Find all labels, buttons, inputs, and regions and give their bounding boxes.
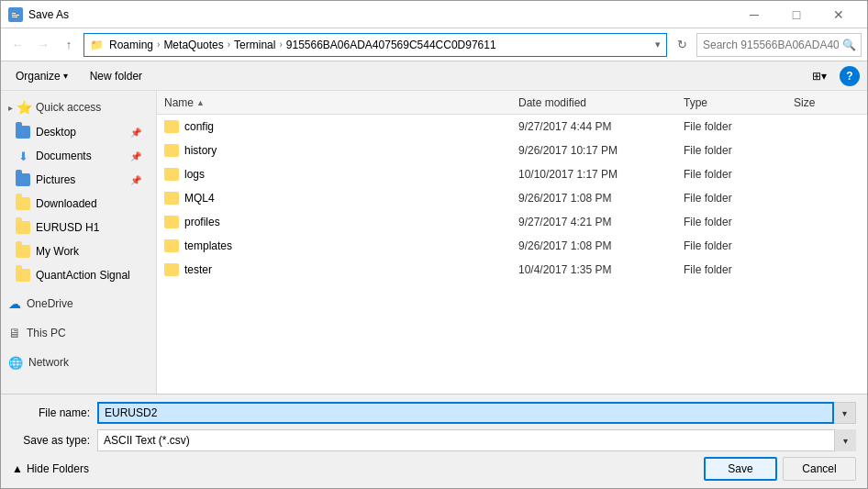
table-row[interactable]: profiles 9/27/2017 4:21 PM File folder bbox=[157, 210, 867, 234]
close-button[interactable]: ✕ bbox=[818, 1, 860, 28]
toolbar: Organize ▾ New folder ⊞ ▾ ? bbox=[1, 61, 867, 91]
col-header-size[interactable]: Size bbox=[790, 91, 863, 114]
sidebar-item-downloaded[interactable]: Downloaded bbox=[1, 192, 156, 216]
pin-icon: 📌 bbox=[130, 128, 141, 138]
filename-label: File name: bbox=[12, 406, 90, 419]
path-hash: 915566BA06ADA407569C544CC0D97611 bbox=[286, 39, 496, 51]
back-button[interactable]: ← bbox=[6, 34, 28, 56]
file-date: 9/26/2017 10:17 PM bbox=[515, 144, 680, 157]
file-name-cell: tester bbox=[161, 263, 515, 276]
this-pc-label: This PC bbox=[27, 327, 66, 339]
this-pc-section: 🖥 This PC bbox=[1, 320, 156, 346]
file-date: 9/27/2017 4:21 PM bbox=[515, 216, 680, 228]
savetype-select[interactable]: ASCII Text (*.csv) bbox=[97, 429, 856, 451]
forward-button[interactable]: → bbox=[32, 34, 54, 56]
file-type: File folder bbox=[680, 168, 790, 181]
svg-rect-3 bbox=[12, 17, 17, 17]
sidebar-item-my-work[interactable]: My Work bbox=[1, 239, 156, 263]
table-row[interactable]: config 9/27/2017 4:44 PM File folder bbox=[157, 115, 867, 139]
file-date: 10/10/2017 1:17 PM bbox=[515, 168, 680, 181]
up-button[interactable]: ↑ bbox=[58, 34, 80, 56]
help-button[interactable]: ? bbox=[840, 66, 860, 86]
save-as-dialog: Save As ─ □ ✕ ← → ↑ 📁 Roaming › MetaQuot… bbox=[0, 0, 868, 489]
new-folder-button[interactable]: New folder bbox=[83, 65, 150, 87]
path-icon: 📁 bbox=[90, 39, 104, 51]
path-metaquotes: MetaQuotes bbox=[163, 39, 223, 51]
col-header-name[interactable]: Name ▲ bbox=[161, 91, 515, 114]
address-path[interactable]: 📁 Roaming › MetaQuotes › Terminal › 9155… bbox=[83, 33, 667, 57]
sidebar-item-label: EURUSD H1 bbox=[36, 221, 99, 234]
sidebar-item-desktop[interactable]: Desktop 📌 bbox=[1, 120, 156, 144]
file-name: tester bbox=[184, 263, 212, 276]
pc-icon: 🖥 bbox=[8, 326, 21, 340]
path-roaming: Roaming bbox=[109, 39, 153, 51]
table-row[interactable]: templates 9/26/2017 1:08 PM File folder bbox=[157, 234, 867, 258]
sidebar-item-label: Downloaded bbox=[36, 197, 97, 210]
pin-icon: 📌 bbox=[130, 175, 141, 185]
folder-icon bbox=[164, 144, 179, 157]
view-button[interactable]: ⊞ ▾ bbox=[807, 65, 832, 87]
file-name: logs bbox=[184, 168, 205, 181]
onedrive-icon: ☁ bbox=[8, 296, 21, 311]
file-type: File folder bbox=[680, 216, 790, 228]
organize-button[interactable]: Organize ▾ bbox=[8, 65, 75, 87]
refresh-button[interactable]: ↻ bbox=[671, 34, 693, 56]
sidebar-item-documents[interactable]: ⬇ Documents 📌 bbox=[1, 144, 156, 168]
main-area: ▸ ⭐ Quick access Desktop 📌 ⬇ Documents 📌… bbox=[1, 91, 867, 394]
table-row[interactable]: MQL4 9/26/2017 1:08 PM File folder bbox=[157, 186, 867, 210]
file-list: Name ▲ Date modified Type Size config bbox=[157, 91, 867, 394]
file-name-cell: config bbox=[161, 120, 515, 133]
search-icon: 🔍 bbox=[842, 39, 856, 51]
sidebar-item-label: Documents bbox=[36, 150, 92, 162]
sidebar-item-label: Desktop bbox=[36, 126, 76, 139]
folder-icon bbox=[164, 216, 179, 228]
sidebar-item-eurusd-h1[interactable]: EURUSD H1 bbox=[1, 216, 156, 239]
hide-folders-label: Hide Folders bbox=[27, 462, 89, 475]
sidebar-item-label: Pictures bbox=[36, 173, 75, 186]
file-date: 10/4/2017 1:35 PM bbox=[515, 263, 680, 276]
file-name: history bbox=[184, 144, 217, 157]
search-input[interactable] bbox=[696, 33, 862, 57]
file-date: 9/26/2017 1:08 PM bbox=[515, 192, 680, 205]
filename-dropdown-arrow[interactable]: ▾ bbox=[834, 402, 856, 424]
save-button[interactable]: Save bbox=[704, 457, 777, 481]
minimize-button[interactable]: ─ bbox=[733, 1, 775, 28]
file-name: config bbox=[184, 120, 214, 133]
documents-icon: ⬇ bbox=[16, 150, 30, 162]
filename-input[interactable] bbox=[97, 402, 834, 424]
table-row[interactable]: history 9/26/2017 10:17 PM File folder bbox=[157, 139, 867, 162]
savetype-row: Save as type: ASCII Text (*.csv) ▾ bbox=[12, 429, 856, 451]
quick-access-label: Quick access bbox=[36, 101, 101, 114]
eurusd-folder-icon bbox=[16, 221, 30, 234]
sidebar-item-label: QuantAction Signal bbox=[36, 269, 130, 282]
file-type: File folder bbox=[680, 192, 790, 205]
sort-arrow: ▲ bbox=[196, 98, 205, 107]
quantaction-folder-icon bbox=[16, 269, 30, 282]
quick-access-section: ▸ ⭐ Quick access Desktop 📌 ⬇ Documents 📌… bbox=[1, 94, 156, 287]
organize-label: Organize bbox=[16, 70, 61, 83]
onedrive-header[interactable]: ☁ OneDrive bbox=[1, 291, 156, 317]
col-header-type[interactable]: Type bbox=[680, 91, 790, 114]
file-name-cell: profiles bbox=[161, 216, 515, 228]
table-row[interactable]: logs 10/10/2017 1:17 PM File folder bbox=[157, 162, 867, 186]
table-row[interactable]: tester 10/4/2017 1:35 PM File folder bbox=[157, 258, 867, 282]
title-bar: Save As ─ □ ✕ bbox=[1, 1, 867, 28]
cancel-button[interactable]: Cancel bbox=[783, 457, 856, 481]
path-dropdown-arrow: ▾ bbox=[655, 39, 661, 50]
this-pc-header[interactable]: 🖥 This PC bbox=[1, 320, 156, 346]
network-header[interactable]: 🌐 Network bbox=[1, 350, 156, 375]
sidebar-item-pictures[interactable]: Pictures 📌 bbox=[1, 168, 156, 192]
sidebar-item-quantaction[interactable]: QuantAction Signal bbox=[1, 263, 156, 287]
pictures-folder-icon bbox=[16, 173, 30, 186]
file-type: File folder bbox=[680, 239, 790, 252]
col-header-date[interactable]: Date modified bbox=[515, 91, 680, 114]
maximize-button[interactable]: □ bbox=[775, 1, 818, 28]
downloaded-folder-icon bbox=[16, 197, 30, 210]
file-date: 9/26/2017 1:08 PM bbox=[515, 239, 680, 252]
file-name: templates bbox=[184, 239, 232, 252]
network-section: 🌐 Network bbox=[1, 350, 156, 375]
collapse-arrow: ▸ bbox=[8, 103, 13, 113]
quick-access-header[interactable]: ▸ ⭐ Quick access bbox=[1, 94, 156, 120]
hide-folders-button[interactable]: ▲ Hide Folders bbox=[12, 462, 698, 475]
organize-arrow: ▾ bbox=[63, 71, 68, 81]
